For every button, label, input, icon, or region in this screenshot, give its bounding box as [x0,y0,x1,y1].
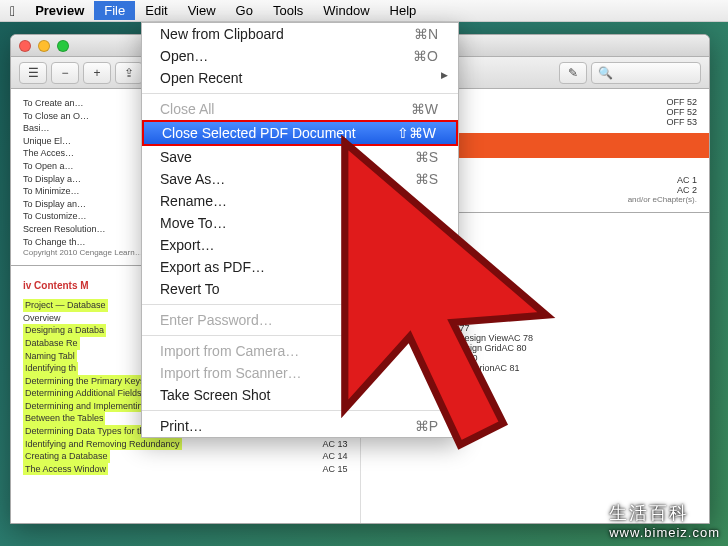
menu-separator [142,304,458,305]
menu-item-enter-password: Enter Password… [142,309,458,331]
menu-file[interactable]: File [94,1,135,20]
markup-button[interactable]: ✎ [559,62,587,84]
menu-shortcut: ⌘N [414,26,438,42]
minimize-window-icon[interactable] [38,40,50,52]
menu-item-take-screen-shot[interactable]: Take Screen Shot [142,384,458,406]
toc-title: Overview [23,312,61,325]
toc-title: Between the Tables [23,412,105,425]
toc-title: Designing a Databa [23,324,106,337]
menu-item-new-from-clipboard[interactable]: New from Clipboard⌘N [142,23,458,45]
toc-title: Identifying th [23,362,78,375]
toc-title: Project — Database [23,299,108,312]
menu-item-open[interactable]: Open…⌘O [142,45,458,67]
menu-shortcut: ⌘O [413,48,438,64]
menu-item-save-as[interactable]: Save As…⌘S [142,168,458,190]
menu-help[interactable]: Help [380,1,427,20]
toc-title: Determining Additional Fields [23,387,144,400]
toc-title: The Access Window [23,463,108,476]
menu-separator [142,93,458,94]
menu-item-open-recent[interactable]: Open Recent [142,67,458,89]
menu-item-move-to[interactable]: Move To… [142,212,458,234]
zoom-in-button[interactable]: + [83,62,111,84]
menu-shortcut: ⌘S [415,171,438,187]
menu-shortcut: ⌘W [411,101,438,117]
menu-item-label: Import from Scanner… [160,365,302,381]
menu-item-label: Import from Camera… [160,343,299,359]
menu-edit[interactable]: Edit [135,1,177,20]
menu-item-label: New from Clipboard [160,26,284,42]
menu-item-label: Save [160,149,192,165]
menu-item-label: Take Screen Shot [160,387,271,403]
toc-title: Database Re [23,337,80,350]
toc-title: Identifying and Removing Redundancy [23,438,182,451]
menu-item-label: Save As… [160,171,225,187]
menu-item-label: Revert To [160,281,220,297]
toc-page: AC 13 [322,438,347,451]
apple-menu-icon[interactable]:  [10,3,15,19]
menu-item-save[interactable]: Save⌘S [142,146,458,168]
sidebar-toggle-button[interactable]: ☰ [19,62,47,84]
toc-title: Determining the Primary Keys [23,375,147,388]
close-window-icon[interactable] [19,40,31,52]
menu-item-rename[interactable]: Rename… [142,190,458,212]
toc-line: The Access WindowAC 15 [23,463,348,476]
toc-page: AC 81 [494,363,519,373]
menu-separator [142,335,458,336]
search-input[interactable]: 🔍 [591,62,701,84]
menu-item-export-as-pdf[interactable]: Export as PDF… [142,256,458,278]
toc-page: AC 83 [458,373,483,383]
menu-item-revert-to[interactable]: Revert To [142,278,458,300]
menu-item-import-from-camera: Import from Camera… [142,340,458,362]
menu-shortcut: ⌘S [415,149,438,165]
menu-item-close-all: Close All⌘W [142,98,458,120]
menu-item-label: Open Recent [160,70,243,86]
system-menubar:  Preview File Edit View Go Tools Window… [0,0,728,22]
toc-page: AC 80 [502,343,527,353]
menu-item-label: Close All [160,101,214,117]
share-button[interactable]: ⇪ [115,62,143,84]
toc-page: AC 78 [508,333,533,343]
zoom-window-icon[interactable] [57,40,69,52]
toc-title: Naming Tabl [23,350,77,363]
menu-separator [142,410,458,411]
menu-item-label: Export as PDF… [160,259,265,275]
menu-item-label: Move To… [160,215,227,231]
menu-item-print[interactable]: Print…⌘P [142,415,458,437]
menu-go[interactable]: Go [226,1,263,20]
file-menu-dropdown: New from Clipboard⌘NOpen…⌘OOpen RecentCl… [141,22,459,438]
menu-shortcut: ⇧⌘W [397,125,436,141]
menu-item-label: Enter Password… [160,312,273,328]
toc-line: Identifying and Removing RedundancyAC 13 [23,438,348,451]
toc-title: Creating a Database [23,450,110,463]
menu-window[interactable]: Window [313,1,379,20]
menu-item-import-from-scanner: Import from Scanner… [142,362,458,384]
toc-page: AC 15 [322,463,347,476]
menu-tools[interactable]: Tools [263,1,313,20]
app-name[interactable]: Preview [25,1,94,20]
menu-item-close-selected-pdf-document[interactable]: Close Selected PDF Document⇧⌘W [142,120,458,146]
menu-shortcut: ⌘P [415,418,438,434]
menu-item-label: Rename… [160,193,227,209]
menu-item-export[interactable]: Export… [142,234,458,256]
zoom-out-button[interactable]: − [51,62,79,84]
toc-page: AC 14 [322,450,347,463]
menu-item-label: Open… [160,48,208,64]
menu-item-label: Export… [160,237,214,253]
menu-item-label: Print… [160,418,203,434]
toc-line: Creating a DatabaseAC 14 [23,450,348,463]
watermark: 生活百科 www.bimeiz.com [609,501,720,540]
menu-item-label: Close Selected PDF Document [162,125,356,141]
menu-view[interactable]: View [178,1,226,20]
